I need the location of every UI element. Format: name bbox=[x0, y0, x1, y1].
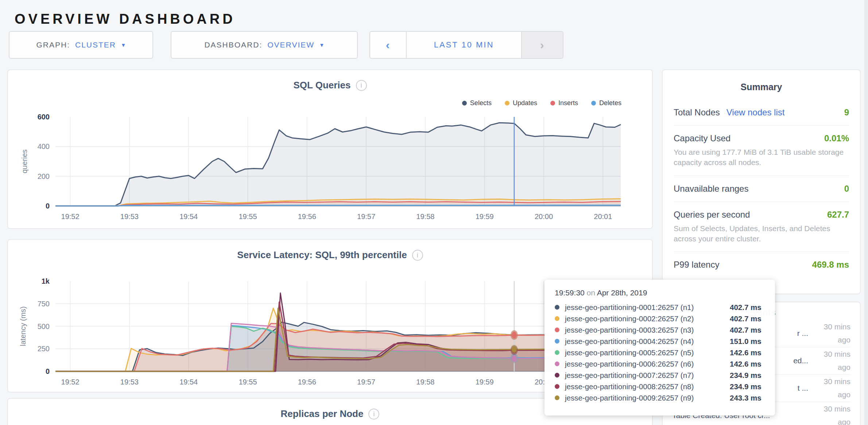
tooltip-node-name: jesse-geo-partitioning-0006:26257 (n6) bbox=[565, 360, 730, 368]
x-tick-label: 19:59 bbox=[476, 212, 494, 221]
tooltip-row: jesse-geo-partitioning-0004:26257 (n4)15… bbox=[555, 336, 765, 347]
summary-row: Capacity Used0.01%You are using 177.7 Mi… bbox=[674, 125, 849, 176]
tooltip-row: jesse-geo-partitioning-0009:26257 (n9)24… bbox=[555, 392, 765, 403]
node-color-dot-icon bbox=[555, 384, 559, 389]
event-timestamp: 30 mins ago bbox=[812, 375, 850, 401]
tooltip-row: jesse-geo-partitioning-0003:26257 (n3)40… bbox=[555, 324, 765, 336]
tooltip-node-value: 234.9 ms bbox=[730, 382, 762, 391]
summary-label: Queries per second bbox=[674, 210, 750, 220]
x-tick-label: 19:55 bbox=[239, 378, 257, 386]
x-tick-label: 20:01 bbox=[594, 212, 612, 221]
summary-subtitle: Sum of Selects, Updates, Inserts, and De… bbox=[674, 223, 849, 244]
y-tick-label: 400 bbox=[38, 142, 50, 150]
y-tick-label: 250 bbox=[38, 345, 50, 353]
tooltip-node-name: jesse-geo-partitioning-0005:26257 (n5) bbox=[565, 348, 730, 357]
tooltip-node-name: jesse-geo-partitioning-0008:26257 (n8) bbox=[565, 382, 730, 391]
tooltip-row: jesse-geo-partitioning-0008:26257 (n8)23… bbox=[555, 381, 765, 392]
tooltip-node-value: 243.3 ms bbox=[730, 394, 762, 402]
tooltip-node-value: 142.6 ms bbox=[730, 360, 762, 368]
crosshair-dot bbox=[512, 332, 516, 338]
tooltip-node-name: jesse-geo-partitioning-0001:26257 (n1) bbox=[565, 303, 730, 312]
summary-value: 0.01% bbox=[824, 133, 849, 143]
summary-value: 0 bbox=[844, 184, 849, 194]
time-range-next-button-disabled[interactable]: › bbox=[521, 32, 563, 58]
y-tick-label: 750 bbox=[38, 300, 50, 308]
graph-dropdown-value: CLUSTER bbox=[75, 41, 116, 49]
x-tick-label: 19:57 bbox=[357, 212, 375, 221]
tooltip-node-name: jesse-geo-partitioning-0003:26257 (n3) bbox=[565, 326, 730, 334]
event-timestamp: 30 mins ago bbox=[812, 320, 850, 346]
summary-row: Total NodesView nodes list9 bbox=[674, 100, 849, 125]
summary-label: Capacity Used bbox=[674, 133, 731, 143]
tooltip-row: jesse-geo-partitioning-0002:26257 (n2)40… bbox=[555, 313, 765, 324]
summary-subtitle: You are using 177.7 MiB of 3.1 TiB usabl… bbox=[674, 147, 849, 168]
summary-label: P99 latency bbox=[674, 260, 719, 270]
tooltip-row: jesse-geo-partitioning-0006:26257 (n6)14… bbox=[555, 358, 765, 370]
summary-row-head: Queries per second627.7 bbox=[674, 210, 849, 220]
summary-row-head: Unavailable ranges0 bbox=[674, 184, 849, 194]
node-color-dot-icon bbox=[555, 350, 559, 355]
x-tick-label: 19:53 bbox=[120, 378, 139, 386]
chevron-down-icon: ▾ bbox=[320, 41, 324, 49]
event-timestamp: 30 mins ago bbox=[812, 348, 850, 374]
summary-row-head: P99 latency469.8 ms bbox=[674, 260, 849, 270]
view-nodes-list-link[interactable]: View nodes list bbox=[726, 107, 785, 118]
summary-panel: Summary Total NodesView nodes list9Capac… bbox=[662, 69, 861, 294]
node-color-dot-icon bbox=[555, 373, 559, 378]
graph-dropdown[interactable]: GRAPH: CLUSTER ▾ bbox=[9, 31, 153, 59]
event-timestamp: 30 mins ago bbox=[812, 402, 850, 425]
summary-row: Queries per second627.7Sum of Selects, U… bbox=[674, 202, 849, 252]
tooltip-node-value: 142.6 ms bbox=[730, 348, 762, 357]
y-tick-label: 500 bbox=[38, 322, 50, 330]
y-tick-label: 1k bbox=[42, 277, 50, 285]
graph-dropdown-label: GRAPH: bbox=[36, 41, 70, 49]
node-color-dot-icon bbox=[555, 305, 559, 310]
x-tick-label: 19:56 bbox=[298, 212, 316, 221]
x-tick-label: 19:56 bbox=[298, 378, 316, 386]
summary-value: 627.7 bbox=[827, 210, 849, 220]
x-tick-label: 19:57 bbox=[357, 378, 375, 386]
tooltip-node-value: 402.7 ms bbox=[730, 303, 762, 312]
y-tick-label: 0 bbox=[46, 202, 50, 210]
x-tick-label: 19:52 bbox=[61, 212, 80, 221]
summary-row-head: Capacity Used0.01% bbox=[674, 133, 849, 143]
node-color-dot-icon bbox=[555, 395, 559, 400]
x-tick-label: 19:54 bbox=[179, 378, 198, 386]
x-tick-label: 19:55 bbox=[239, 212, 257, 221]
time-range-prev-button[interactable]: ‹ bbox=[370, 32, 407, 58]
page-title: OVERVIEW DASHBOARD bbox=[15, 11, 236, 27]
x-tick-label: 19:58 bbox=[416, 212, 434, 221]
node-color-dot-icon bbox=[555, 328, 559, 332]
x-tick-label: 19:53 bbox=[120, 212, 139, 221]
sql-queries-chart[interactable]: 19:5219:5319:5419:5519:5619:5719:5819:59… bbox=[8, 70, 654, 230]
latency-hover-tooltip: 19:59:30 on Apr 28th, 2019 jesse-geo-par… bbox=[545, 280, 775, 416]
tooltip-node-value: 402.7 ms bbox=[730, 326, 762, 334]
x-tick-label: 19:59 bbox=[476, 378, 494, 386]
node-color-dot-icon bbox=[555, 316, 559, 321]
tooltip-row: jesse-geo-partitioning-0001:26257 (n1)40… bbox=[555, 302, 765, 313]
x-tick-label: 19:52 bbox=[61, 378, 80, 386]
dashboard-dropdown[interactable]: DASHBOARD: OVERVIEW ▾ bbox=[171, 31, 358, 59]
x-tick-label: 19:54 bbox=[179, 212, 198, 221]
summary-row: Unavailable ranges0 bbox=[674, 176, 849, 202]
time-range-value[interactable]: LAST 10 MIN bbox=[407, 32, 521, 58]
summary-label: Unavailable ranges bbox=[674, 184, 748, 194]
summary-row-head: Total NodesView nodes list9 bbox=[674, 107, 849, 118]
chevron-right-icon: › bbox=[540, 38, 545, 52]
tooltip-node-value: 151.0 ms bbox=[730, 337, 762, 346]
crosshair-dot bbox=[512, 355, 516, 362]
summary-value: 469.8 ms bbox=[812, 260, 849, 270]
summary-label: Total Nodes bbox=[674, 107, 720, 118]
dashboard-dropdown-value: OVERVIEW bbox=[267, 41, 314, 49]
sql-queries-panel: SQL Queries i SelectsUpdatesInsertsDelet… bbox=[7, 69, 653, 229]
tooltip-row: jesse-geo-partitioning-0007:26257 (n7)23… bbox=[555, 370, 765, 381]
tooltip-node-name: jesse-geo-partitioning-0004:26257 (n4) bbox=[565, 337, 730, 346]
x-tick-label: 20:00 bbox=[535, 212, 553, 221]
info-icon[interactable]: i bbox=[368, 409, 379, 420]
page-scrollbar[interactable] bbox=[864, 0, 868, 425]
tooltip-timestamp: 19:59:30 on Apr 28th, 2019 bbox=[555, 288, 765, 297]
summary-row: P99 latency469.8 ms bbox=[674, 252, 849, 277]
time-range-selector: ‹ LAST 10 MIN › bbox=[369, 31, 563, 59]
summary-title: Summary bbox=[674, 70, 849, 100]
tooltip-node-name: jesse-geo-partitioning-0009:26257 (n9) bbox=[565, 394, 730, 402]
